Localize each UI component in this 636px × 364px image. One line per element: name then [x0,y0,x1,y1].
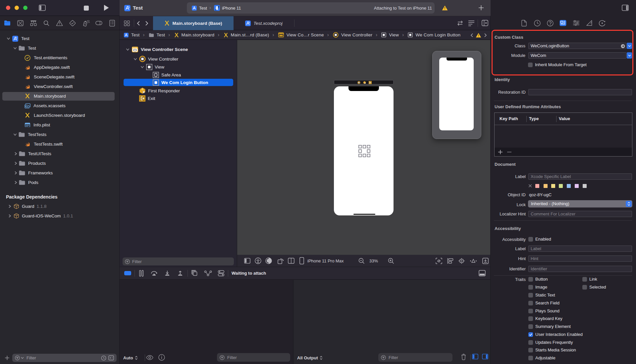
svg-text:1: 1 [143,91,144,93]
